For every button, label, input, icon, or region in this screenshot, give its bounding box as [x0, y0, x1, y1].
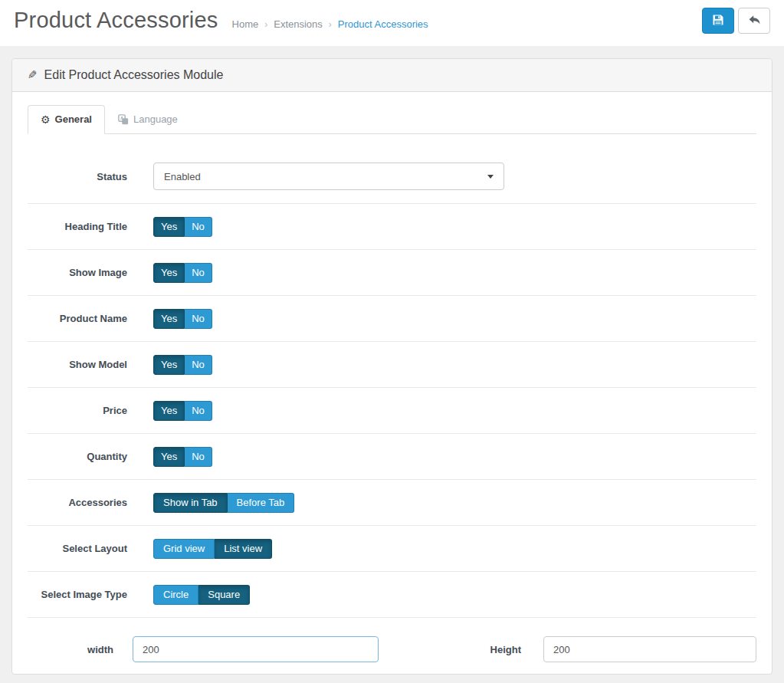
price-no-button[interactable]: No	[185, 401, 212, 421]
status-select[interactable]: Enabled	[153, 163, 504, 190]
form-row-accessories: Accessories Show in Tab Before Tab	[28, 480, 756, 526]
panel-heading: ✎ Edit Product Accessories Module	[12, 59, 772, 92]
breadcrumb-separator: ›	[264, 19, 267, 30]
product-name-label: Product Name	[28, 313, 127, 324]
show-image-yes-button[interactable]: Yes	[153, 263, 185, 283]
quantity-no-button[interactable]: No	[185, 447, 212, 467]
save-icon	[712, 14, 724, 28]
circle-button[interactable]: Circle	[153, 585, 198, 605]
show-model-toggle: Yes No	[153, 355, 212, 375]
form-row-quantity: Quantity Yes No	[28, 434, 756, 480]
form-row-product-name: Product Name Yes No	[28, 296, 756, 342]
show-model-no-button[interactable]: No	[185, 355, 212, 375]
form-row-heading-title: Heading Title Yes No	[28, 204, 756, 250]
heading-title-yes-button[interactable]: Yes	[153, 217, 185, 237]
product-name-yes-button[interactable]: Yes	[153, 309, 185, 329]
caret-down-icon	[487, 175, 494, 179]
panel-body: ⚙ General Language	[12, 92, 772, 681]
price-toggle: Yes No	[153, 401, 212, 421]
form-row-select-image-type: Select Image Type Circle Square	[28, 572, 756, 618]
edit-module-panel: ✎ Edit Product Accessories Module ⚙ Gene…	[11, 58, 773, 675]
width-input[interactable]	[133, 636, 379, 662]
save-button[interactable]	[702, 8, 734, 34]
breadcrumb-separator: ›	[329, 19, 332, 30]
form-row-status: Status Enabled	[28, 149, 756, 204]
show-image-toggle: Yes No	[153, 263, 212, 283]
content-area: ✎ Edit Product Accessories Module ⚙ Gene…	[0, 46, 784, 683]
breadcrumb: Home › Extensions › Product Accessories	[232, 18, 428, 30]
form-row-show-model: Show Model Yes No	[28, 342, 756, 388]
form-row-show-image: Show Image Yes No	[28, 250, 756, 296]
panel-title: Edit Product Accessories Module	[44, 68, 224, 82]
price-yes-button[interactable]: Yes	[153, 401, 185, 421]
form-row-dimensions: width Height	[28, 618, 756, 681]
square-button[interactable]: Square	[198, 585, 250, 605]
product-name-toggle: Yes No	[153, 309, 212, 329]
before-tab-button[interactable]: Before Tab	[228, 493, 295, 513]
pencil-icon: ✎	[28, 68, 38, 82]
reply-arrow-icon	[748, 14, 761, 28]
show-model-label: Show Model	[28, 359, 127, 370]
accessories-toggle: Show in Tab Before Tab	[153, 493, 294, 513]
status-label: Status	[28, 171, 127, 182]
product-name-no-button[interactable]: No	[185, 309, 212, 329]
breadcrumb-home[interactable]: Home	[232, 18, 259, 30]
height-field-group: Height	[395, 636, 756, 662]
width-field-group: width	[28, 636, 395, 662]
price-label: Price	[28, 405, 127, 416]
heading-title-toggle: Yes No	[153, 217, 212, 237]
form-row-price: Price Yes No	[28, 388, 756, 434]
tab-language-label: Language	[133, 113, 178, 125]
width-label: width	[28, 644, 113, 655]
back-button[interactable]	[738, 8, 770, 34]
tab-general[interactable]: ⚙ General	[28, 105, 105, 134]
list-view-button[interactable]: List view	[215, 539, 272, 559]
gear-icon: ⚙	[41, 114, 51, 125]
grid-view-button[interactable]: Grid view	[153, 539, 215, 559]
tab-bar: ⚙ General Language	[28, 105, 756, 134]
header-actions	[702, 8, 770, 34]
tab-general-label: General	[55, 113, 92, 125]
accessories-label: Accessories	[28, 497, 127, 508]
quantity-toggle: Yes No	[153, 447, 212, 467]
heading-title-no-button[interactable]: No	[185, 217, 212, 237]
status-select-value: Enabled	[164, 171, 201, 182]
quantity-yes-button[interactable]: Yes	[153, 447, 185, 467]
tab-language[interactable]: Language	[105, 105, 191, 134]
layout-toggle: Grid view List view	[153, 539, 272, 559]
page-title: Product Accessories	[14, 0, 218, 33]
select-layout-label: Select Layout	[28, 543, 127, 554]
show-image-label: Show Image	[28, 267, 127, 278]
form-row-select-layout: Select Layout Grid view List view	[28, 526, 756, 572]
page-header: Product Accessories Home › Extensions › …	[0, 0, 784, 46]
height-input[interactable]	[543, 636, 756, 662]
show-model-yes-button[interactable]: Yes	[153, 355, 185, 375]
image-type-toggle: Circle Square	[153, 585, 250, 605]
height-label: Height	[395, 644, 521, 655]
breadcrumb-extensions[interactable]: Extensions	[274, 18, 323, 30]
tab-pane-general: Status Enabled Heading Title Yes	[28, 134, 756, 681]
heading-title-label: Heading Title	[28, 221, 127, 232]
show-in-tab-button[interactable]: Show in Tab	[153, 493, 228, 513]
language-icon	[118, 114, 129, 125]
show-image-no-button[interactable]: No	[185, 263, 212, 283]
select-image-type-label: Select Image Type	[28, 589, 127, 600]
breadcrumb-current[interactable]: Product Accessories	[338, 18, 428, 30]
quantity-label: Quantity	[28, 451, 127, 462]
